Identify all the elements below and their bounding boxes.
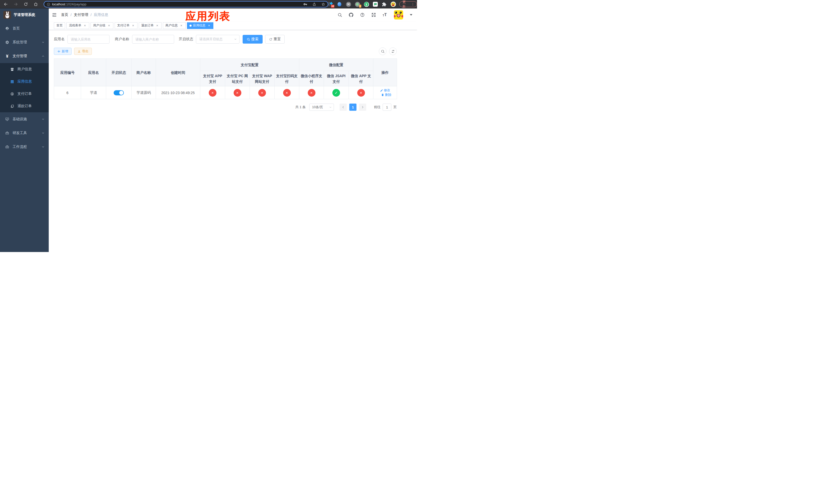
back-icon[interactable] xyxy=(4,2,8,6)
prev-page-button[interactable] xyxy=(339,104,347,111)
address-bar[interactable]: localhost:1024/pay/app xyxy=(44,1,328,7)
delete-link[interactable]: 删除 xyxy=(381,93,391,97)
avatar[interactable] xyxy=(394,10,403,20)
sidebar-item-app-info[interactable]: 应用信息 xyxy=(0,75,49,88)
extension-chat-icon[interactable] xyxy=(373,2,378,7)
sidebar-item-refund-orders[interactable]: 退款订单 xyxy=(0,100,49,112)
share-icon[interactable] xyxy=(312,2,316,6)
page-size-value: 10条/页 xyxy=(312,105,323,110)
tab-close-icon[interactable]: × xyxy=(131,24,135,27)
app-main: 应用名 商户名称 开启状态 请选择开启状态 搜索 xyxy=(49,30,417,252)
app-name-input[interactable] xyxy=(67,35,110,44)
export-button[interactable]: 导出 xyxy=(74,48,92,55)
sidebar-item-system[interactable]: 系统管理 xyxy=(0,36,49,49)
reset-button-label: 重置 xyxy=(273,37,281,42)
font-size-icon[interactable]: TT xyxy=(382,13,387,17)
app-logo[interactable]: 芋道管理系统 xyxy=(0,8,49,21)
tab-app-info[interactable]: 应用信息× xyxy=(187,22,213,29)
tab-close-icon[interactable]: × xyxy=(107,24,111,27)
forward-icon[interactable] xyxy=(14,2,18,6)
url-path: :1024/pay/app xyxy=(65,2,86,6)
tab-process-form[interactable]: 流程表单× xyxy=(66,22,89,29)
search-icon[interactable] xyxy=(337,13,342,17)
delete-link-label: 删除 xyxy=(385,93,391,97)
tab-label: 支付订单 xyxy=(117,23,130,28)
extension-emoji-icon[interactable] xyxy=(390,2,396,7)
extensions-puzzle-icon[interactable] xyxy=(381,2,387,7)
tab-user-group[interactable]: 用户分组× xyxy=(90,22,113,29)
search-icon xyxy=(381,49,385,53)
status-alipay-qr-icon: × xyxy=(283,89,291,97)
tab-close-icon[interactable]: × xyxy=(83,24,87,27)
sidebar-item-merchant-info[interactable]: 商户信息 xyxy=(0,63,49,75)
extension-docs-icon[interactable]: 10 xyxy=(328,2,333,7)
sidebar-item-label: 工作流程 xyxy=(13,144,27,149)
status-select[interactable]: 请选择开启状态 xyxy=(196,35,240,44)
app-name-label: 应用名 xyxy=(54,37,65,42)
breadcrumb-current: 应用信息 xyxy=(94,13,108,17)
table-mini-actions xyxy=(379,47,397,55)
edit-link[interactable]: 修改 xyxy=(380,88,390,93)
update-button[interactable]: 更新 ⋮ xyxy=(399,1,417,7)
tab-close-icon[interactable]: × xyxy=(155,24,159,27)
bookmark-star-icon[interactable] xyxy=(321,2,325,6)
avatar-caret-icon[interactable] xyxy=(410,14,412,16)
add-button-label: 新增 xyxy=(62,49,68,53)
tab-pay-orders[interactable]: 支付订单× xyxy=(115,22,137,29)
sidebar-item-home[interactable]: 首页 xyxy=(0,22,49,36)
store-icon xyxy=(10,67,14,71)
sidebar-item-dev-tools[interactable]: 研发工具 xyxy=(0,126,49,140)
toggle-search-button[interactable] xyxy=(379,47,387,55)
tab-refund-orders[interactable]: 退款订单× xyxy=(139,22,161,29)
page-number-button[interactable]: 1 xyxy=(349,104,356,111)
tab-label: 流程表单 xyxy=(69,23,81,28)
search-button[interactable]: 搜索 xyxy=(243,35,263,44)
chevron-up-icon xyxy=(42,54,45,58)
yen-circle-icon xyxy=(10,92,14,96)
home-icon[interactable] xyxy=(34,2,38,6)
col-header-alipay-pc: 支付宝 PC 网站支付 xyxy=(225,71,250,86)
chevron-left-icon xyxy=(342,106,345,109)
col-header-wx-mini: 微信小程序支付 xyxy=(299,71,324,86)
sidebar-submenu-payment: 商户信息 应用信息 支付订单 退款订单 xyxy=(0,63,49,112)
merchant-name-input[interactable] xyxy=(132,35,174,44)
help-icon[interactable] xyxy=(360,13,365,17)
breadcrumb-payment[interactable]: 支付管理 xyxy=(74,13,88,17)
chevron-down-icon xyxy=(42,118,45,121)
sidebar-item-pay-orders[interactable]: 支付订单 xyxy=(0,88,49,100)
password-key-icon[interactable] xyxy=(303,2,307,6)
sidebar-item-label: 支付订单 xyxy=(18,92,32,96)
tab-close-icon[interactable]: × xyxy=(207,24,211,27)
sidebar-item-workflow[interactable]: 工作流程 xyxy=(0,140,49,154)
sidebar-item-label: 应用信息 xyxy=(18,79,32,84)
breadcrumb-home[interactable]: 首页 xyxy=(61,13,68,17)
refresh-table-button[interactable] xyxy=(389,47,397,55)
tab-merchant-info[interactable]: 商户信息× xyxy=(163,22,186,29)
extension-balloon-icon[interactable] xyxy=(337,2,343,7)
extension-yuque-icon[interactable]: y xyxy=(364,2,369,7)
github-icon[interactable] xyxy=(349,13,353,17)
sidebar-collapse-icon[interactable] xyxy=(52,12,57,18)
pagination-total: 共 1 条 xyxy=(295,105,306,110)
fullscreen-icon[interactable] xyxy=(371,13,376,17)
grid-icon xyxy=(10,80,14,84)
status-wx-app-icon: × xyxy=(357,89,365,97)
site-info-icon[interactable] xyxy=(47,3,50,6)
reload-icon[interactable] xyxy=(24,2,28,6)
browser-menu-icon[interactable]: ⋮ xyxy=(411,2,414,6)
sidebar-item-payment[interactable]: ¥ 支付管理 xyxy=(0,49,49,63)
top-navbar: 首页 / 支付管理 / 应用信息 TT xyxy=(49,8,417,21)
tab-home[interactable]: 首页 xyxy=(54,22,65,29)
goto-page-input[interactable] xyxy=(382,104,391,111)
page-size-select[interactable]: 10条/页 xyxy=(309,104,334,111)
briefcase-icon xyxy=(5,145,9,149)
reset-button[interactable]: 重置 xyxy=(265,35,285,44)
yen-icon: ¥ xyxy=(5,54,9,59)
extension-recorder-icon[interactable]: 1 xyxy=(355,2,360,7)
sidebar-item-infrastructure[interactable]: 基础设施 xyxy=(0,112,49,126)
row-enabled-switch[interactable] xyxy=(114,90,124,95)
add-button[interactable]: 新增 xyxy=(54,48,71,55)
next-page-button[interactable] xyxy=(359,104,366,111)
extension-command-icon[interactable]: ⌘ xyxy=(346,2,351,7)
tab-close-icon[interactable]: × xyxy=(179,24,183,27)
